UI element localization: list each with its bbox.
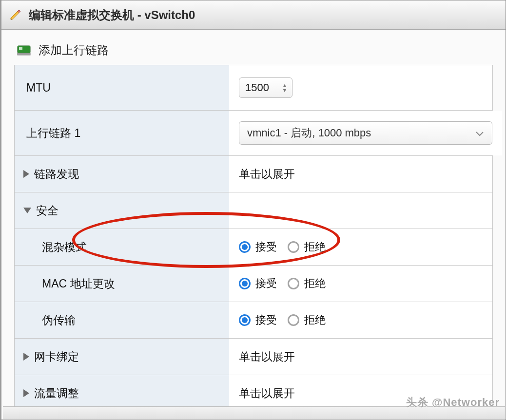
promiscuous-reject-radio[interactable]: 拒绝 <box>288 240 326 254</box>
add-uplink-label: 添加上行链路 <box>39 42 109 58</box>
forged-label: 伪传输 <box>42 313 76 328</box>
svg-rect-5 <box>18 53 30 55</box>
triangle-right-icon <box>23 353 29 361</box>
mac-change-label: MAC 地址更改 <box>42 276 115 291</box>
mac-change-reject-radio[interactable]: 拒绝 <box>288 276 326 291</box>
link-discovery-twisty[interactable]: 链路发现 <box>23 167 79 182</box>
nic-teaming-value: 单击以展开 <box>239 349 295 364</box>
triangle-down-icon <box>23 208 31 213</box>
row-mac-change: MAC 地址更改 接受 拒绝 <box>15 266 492 302</box>
nic-icon <box>17 44 32 56</box>
security-twisty[interactable]: 安全 <box>23 203 58 218</box>
mtu-label: MTU <box>26 81 51 95</box>
forged-radio-group: 接受 拒绝 <box>239 313 326 327</box>
watermark-text: 头杀 @Networker <box>406 395 500 410</box>
title-bar: 编辑标准虚拟交换机 - vSwitch0 <box>1 0 506 30</box>
stepper-down-icon[interactable]: ▼ <box>281 88 288 93</box>
row-uplink1: 上行链路 1 vmnic1 - 启动, 1000 mbps <box>15 111 492 156</box>
mtu-value: 1500 <box>245 81 269 94</box>
row-security[interactable]: 安全 <box>15 192 492 229</box>
forged-accept-radio[interactable]: 接受 <box>239 313 277 327</box>
nic-teaming-twisty[interactable]: 网卡绑定 <box>23 349 79 364</box>
mac-change-accept-radio[interactable]: 接受 <box>239 276 277 291</box>
row-promiscuous: 混杂模式 接受 拒绝 <box>15 229 492 266</box>
promiscuous-label: 混杂模式 <box>42 240 87 255</box>
section-header[interactable]: 添加上行链路 <box>17 42 493 58</box>
mtu-stepper[interactable]: ▲ ▼ <box>281 83 288 93</box>
traffic-shaping-twisty[interactable]: 流量调整 <box>23 386 79 401</box>
row-mtu: MTU 1500 ▲ ▼ <box>15 65 492 111</box>
mtu-input[interactable]: 1500 ▲ ▼ <box>239 77 292 98</box>
promiscuous-accept-radio[interactable]: 接受 <box>239 240 277 254</box>
triangle-right-icon <box>23 170 29 178</box>
security-label: 安全 <box>36 203 58 218</box>
svg-rect-4 <box>19 47 22 50</box>
uplink1-label: 上行链路 1 <box>26 126 80 141</box>
row-nic-teaming[interactable]: 网卡绑定 单击以展开 <box>15 339 492 375</box>
pencil-icon <box>9 9 22 21</box>
link-discovery-label: 链路发现 <box>34 167 79 182</box>
forged-reject-radio[interactable]: 拒绝 <box>288 313 326 327</box>
uplink1-selected: vmnic1 - 启动, 1000 mbps <box>247 126 371 140</box>
svg-marker-0 <box>11 11 19 19</box>
row-link-discovery[interactable]: 链路发现 单击以展开 <box>15 156 492 192</box>
nic-teaming-label: 网卡绑定 <box>34 349 79 364</box>
settings-form: MTU 1500 ▲ ▼ 上行链路 1 vmnic1 - 启动, 1000 m <box>14 65 493 412</box>
dialog-window: 编辑标准虚拟交换机 - vSwitch0 添加上行链路 MTU 1500 <box>0 0 506 420</box>
traffic-shaping-value: 单击以展开 <box>239 386 295 401</box>
row-forged: 伪传输 接受 拒绝 <box>15 302 492 339</box>
uplink1-select[interactable]: vmnic1 - 启动, 1000 mbps <box>239 121 492 145</box>
content-area: 添加上行链路 MTU 1500 ▲ ▼ 上行链路 1 <box>1 30 506 412</box>
dialog-title: 编辑标准虚拟交换机 - vSwitch0 <box>29 7 195 23</box>
chevron-down-icon <box>475 127 484 139</box>
promiscuous-radio-group: 接受 拒绝 <box>239 240 326 254</box>
triangle-right-icon <box>23 389 29 397</box>
traffic-shaping-label: 流量调整 <box>34 386 79 401</box>
link-discovery-value: 单击以展开 <box>239 167 295 182</box>
mac-change-radio-group: 接受 拒绝 <box>239 276 326 291</box>
